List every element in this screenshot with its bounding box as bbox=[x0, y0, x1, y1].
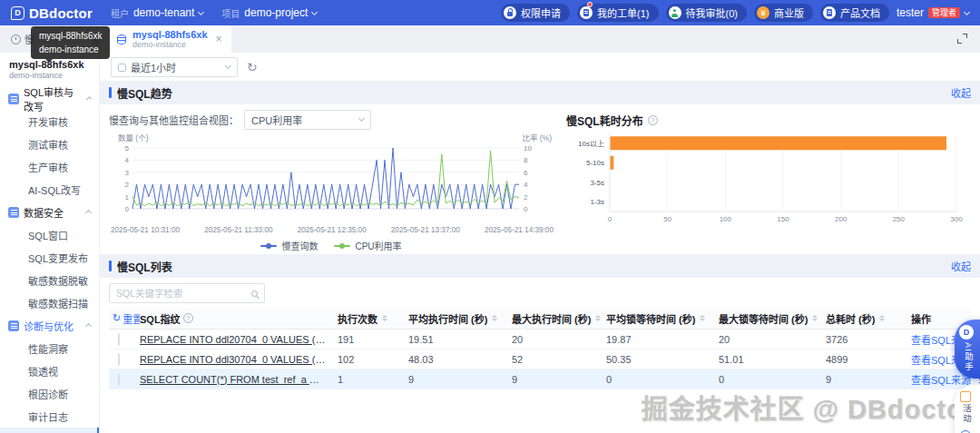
svg-text:100: 100 bbox=[720, 215, 732, 223]
sidebar-item-test-review[interactable]: 测试审核 bbox=[0, 133, 99, 155]
floating-help-panel: 活动 帮助 bbox=[955, 385, 980, 433]
table-cell: 9 bbox=[512, 374, 606, 385]
permission-request-button[interactable]: 权限申请 bbox=[501, 4, 570, 22]
legend-item[interactable]: CPU利用率 bbox=[334, 239, 401, 252]
svg-text:150: 150 bbox=[777, 215, 789, 223]
sidebar-item-prod-review[interactable]: 生产审核 bbox=[0, 155, 99, 178]
x-tick-label: 2025-05-21 12:35:00 bbox=[298, 226, 367, 234]
legend-label: CPU利用率 bbox=[355, 239, 401, 252]
sql-fingerprint-link[interactable]: REPLACE INTO ddl30704_0 VALUES (?, ?, ?) bbox=[140, 354, 338, 365]
sort-icon[interactable] bbox=[700, 315, 705, 322]
table-header-row: ↻ 重置 SQL指纹? 执行次数 平均执行时间 (秒) 最大执行时间 (秒) 平… bbox=[109, 308, 971, 330]
table-cell: 51.01 bbox=[719, 354, 826, 365]
help-icon[interactable]: ? bbox=[183, 313, 193, 323]
tab-instance[interactable]: mysql-88hfs6xk demo-instance × bbox=[108, 25, 231, 53]
toolbar: 最近1小时 ↻ bbox=[100, 53, 980, 81]
sql-search-box[interactable] bbox=[109, 283, 265, 303]
sidebar-item-sql-change-release[interactable]: SQL变更发布 bbox=[0, 246, 99, 269]
sql-fingerprint-link[interactable]: REPLACE INTO ddl20704_0 VALUES (?, ?, ?) bbox=[140, 334, 338, 345]
user-menu[interactable]: tester 管理者 bbox=[897, 6, 969, 19]
ai-assistant-button[interactable]: D AI助手 bbox=[955, 320, 980, 379]
col-actions: 操作 bbox=[911, 311, 931, 326]
sidebar-item-slow-sql[interactable]: 慢SQL治理 bbox=[0, 428, 99, 433]
sidebar-item-label: SQL窗口 bbox=[28, 228, 68, 242]
col-exec-count: 执行次数 bbox=[338, 311, 377, 326]
table-row[interactable]: REPLACE INTO ddl30704_0 VALUES (?, ?, ?)… bbox=[109, 349, 971, 369]
table-row[interactable]: SELECT COUNT(*) FROM test_ref_a WHERE a … bbox=[109, 369, 971, 389]
row-checkbox[interactable] bbox=[118, 353, 120, 366]
metric-select[interactable]: CPU利用率 bbox=[244, 110, 371, 130]
row-checkbox[interactable] bbox=[118, 333, 120, 346]
sidebar-item-sql-window[interactable]: SQL窗口 bbox=[0, 223, 99, 246]
my-tickets-button[interactable]: 我的工单(1) bbox=[577, 4, 658, 22]
commercial-edition-button[interactable]: ♛ 商业版 bbox=[754, 4, 813, 22]
search-row bbox=[100, 278, 980, 308]
table-cell: 50.35 bbox=[606, 354, 719, 365]
sidebar-group-sql-review[interactable]: SQL审核与改写 bbox=[0, 87, 99, 110]
sql-search-input[interactable] bbox=[116, 288, 246, 299]
legend-marker bbox=[260, 245, 277, 247]
col-avg-exec-time: 平均执行时间 (秒) bbox=[408, 311, 487, 326]
sort-icon[interactable] bbox=[812, 315, 818, 322]
sql-fingerprint-link[interactable]: SELECT COUNT(*) FROM test_ref_a WHERE a … bbox=[140, 374, 338, 385]
sidebar-item-label: 审计日志 bbox=[28, 409, 68, 424]
legend-item[interactable]: 慢查询数 bbox=[260, 239, 318, 252]
clock-icon bbox=[11, 34, 21, 44]
sort-icon[interactable] bbox=[879, 315, 885, 322]
refresh-icon[interactable]: ↻ bbox=[247, 61, 258, 74]
sidebar-item-audit-log[interactable]: 审计日志 bbox=[0, 405, 99, 428]
close-icon[interactable]: × bbox=[216, 33, 222, 45]
row-checkbox[interactable] bbox=[118, 373, 120, 386]
sidebar-item-ai-sql-rewrite[interactable]: AI-SQL改写 bbox=[0, 178, 99, 201]
sidebar-item-label: SQL变更发布 bbox=[28, 251, 88, 265]
table-cell: 1 bbox=[338, 374, 408, 385]
role-badge: 管理者 bbox=[928, 7, 960, 19]
pending-approval-button[interactable]: 待我审批(0) bbox=[666, 4, 747, 22]
trend-collapse-link[interactable]: 收起 bbox=[951, 85, 971, 100]
sort-icon[interactable] bbox=[492, 315, 497, 322]
list-collapse-link[interactable]: 收起 bbox=[951, 259, 971, 273]
sidebar-group-data-security[interactable]: 数据安全 bbox=[0, 201, 99, 223]
app-logo[interactable]: D DBdoctor bbox=[11, 5, 93, 21]
time-range-select[interactable]: 最近1小时 bbox=[111, 57, 238, 77]
product-docs-button[interactable]: 产品文档 bbox=[820, 4, 889, 22]
sidebar-item-root-cause[interactable]: 根因诊断 bbox=[0, 382, 99, 405]
x-tick-label: 2025-05-21 13:37:00 bbox=[391, 226, 460, 234]
sidebar-group-diagnosis[interactable]: 诊断与优化 bbox=[0, 314, 99, 337]
slow-sql-table: ↻ 重置 SQL指纹? 执行次数 平均执行时间 (秒) 最大执行时间 (秒) 平… bbox=[109, 308, 971, 389]
approver-icon bbox=[669, 6, 681, 19]
table-cell: 9 bbox=[826, 374, 911, 385]
assistant-icon: D bbox=[959, 325, 974, 340]
sidebar: mysql-88hfs6xk demo-instance SQL审核与改写 开发… bbox=[0, 53, 100, 433]
trend-x-axis-labels: 2025-05-21 10:31:002025-05-21 11:33:0020… bbox=[109, 226, 554, 234]
table-row[interactable]: REPLACE INTO ddl20704_0 VALUES (?, ?, ?)… bbox=[109, 330, 971, 349]
search-icon[interactable] bbox=[251, 290, 258, 297]
svg-text:50: 50 bbox=[663, 215, 671, 223]
project-selector[interactable]: 项目 demo-project bbox=[221, 6, 317, 20]
trend-section-header: 慢SQL趋势 收起 bbox=[100, 81, 980, 104]
sidebar-item-label: AI-SQL改写 bbox=[28, 182, 81, 197]
fullscreen-icon[interactable] bbox=[957, 34, 967, 44]
svg-text:1: 1 bbox=[125, 193, 130, 202]
pending-approval-label: 待我审批(0) bbox=[686, 5, 738, 20]
sidebar-item-label: 测试审核 bbox=[28, 137, 68, 152]
assistant-label: AI助手 bbox=[962, 342, 975, 371]
legend-marker bbox=[334, 245, 350, 247]
notification-dot bbox=[587, 2, 593, 7]
sort-icon[interactable] bbox=[595, 315, 601, 322]
reset-button[interactable]: ↻ 重置 bbox=[109, 311, 140, 326]
tenant-selector[interactable]: 租户 demo-tenant bbox=[111, 6, 203, 20]
sort-icon[interactable] bbox=[382, 315, 387, 322]
help-icon[interactable]: ? bbox=[648, 115, 658, 125]
activity-button[interactable]: 活动 bbox=[960, 391, 980, 423]
trend-legend: 慢查询数CPU利用率 bbox=[109, 234, 554, 254]
sidebar-item-dev-review[interactable]: 开发审核 bbox=[0, 110, 99, 133]
table-cell: 191 bbox=[338, 334, 408, 345]
slow-sql-duration-chart: 05010015020025030010s以上5-10s3-5s1-3s bbox=[564, 130, 973, 231]
sidebar-item-data-scan[interactable]: 敏感数据扫描 bbox=[0, 291, 99, 314]
sidebar-item-performance-insight[interactable]: 性能洞察 bbox=[0, 337, 99, 359]
table-body: REPLACE INTO ddl20704_0 VALUES (?, ?, ?)… bbox=[109, 330, 971, 389]
project-label: 项目 bbox=[221, 6, 240, 20]
sidebar-item-data-masking[interactable]: 敏感数据脱敏 bbox=[0, 269, 99, 291]
sidebar-item-lock-view[interactable]: 锁透视 bbox=[0, 359, 99, 382]
